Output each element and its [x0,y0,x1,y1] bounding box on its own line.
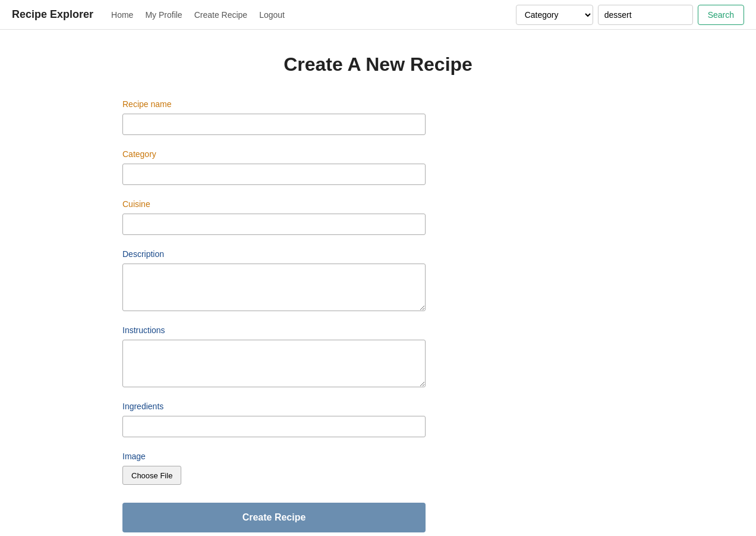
recipe-name-group: Recipe name [122,99,634,135]
instructions-textarea[interactable] [122,340,426,387]
nav-create-recipe-link[interactable]: Create Recipe [194,10,248,20]
brand-logo: Recipe Explorer [12,8,93,21]
nav-links: Home My Profile Create Recipe Logout [111,10,516,20]
search-button[interactable]: Search [698,5,744,25]
recipe-name-input[interactable] [122,114,426,135]
nav-home-link[interactable]: Home [111,10,133,20]
cuisine-group: Cuisine [122,199,634,235]
search-input[interactable] [598,5,693,25]
description-textarea[interactable] [122,264,426,311]
category-select[interactable]: Category Name Cuisine Ingredient [516,5,593,25]
page-title: Create A New Recipe [122,54,634,76]
nav-logout-link[interactable]: Logout [259,10,285,20]
cuisine-input[interactable] [122,214,426,235]
image-group: Image Choose File [122,452,634,485]
category-group: Category [122,149,634,185]
ingredients-group: Ingredients [122,402,634,437]
nav-my-profile-link[interactable]: My Profile [145,10,182,20]
navbar: Recipe Explorer Home My Profile Create R… [0,0,756,30]
category-label: Category [122,149,634,159]
create-recipe-form: Recipe name Category Cuisine Description… [122,99,634,532]
instructions-group: Instructions [122,325,634,387]
ingredients-label: Ingredients [122,402,634,411]
main-content: Create A New Recipe Recipe name Category… [111,30,645,536]
category-input[interactable] [122,164,426,185]
create-recipe-submit-button[interactable]: Create Recipe [122,503,426,532]
search-area: Category Name Cuisine Ingredient Search [516,5,744,25]
instructions-label: Instructions [122,325,634,335]
description-label: Description [122,249,634,259]
choose-file-button[interactable]: Choose File [122,466,181,485]
recipe-name-label: Recipe name [122,99,634,109]
cuisine-label: Cuisine [122,199,634,209]
image-label: Image [122,452,634,461]
ingredients-input[interactable] [122,416,426,437]
file-input-wrapper: Choose File [122,466,634,485]
description-group: Description [122,249,634,311]
